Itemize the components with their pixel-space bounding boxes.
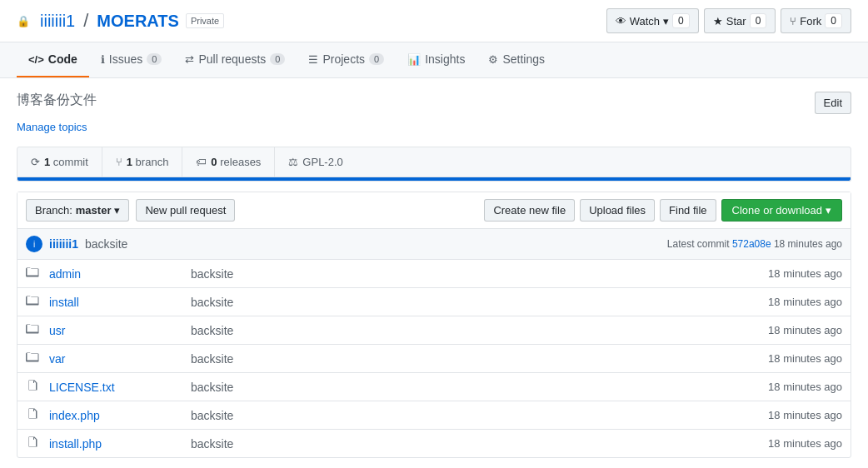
eye-icon: 👁 bbox=[616, 15, 626, 27]
title-separator: / bbox=[83, 10, 88, 32]
file-modified-time: 18 minutes ago bbox=[717, 437, 842, 450]
file-name: var bbox=[49, 352, 182, 366]
file-commit-message: backsite bbox=[182, 267, 717, 281]
find-file-button[interactable]: Find file bbox=[660, 199, 716, 222]
clone-dropdown-icon: ▾ bbox=[826, 204, 831, 217]
create-new-file-button[interactable]: Create new file bbox=[484, 199, 575, 222]
edit-button[interactable]: Edit bbox=[815, 92, 851, 114]
pr-badge: 0 bbox=[270, 53, 285, 65]
commit-message-link[interactable]: backsite bbox=[85, 237, 127, 251]
pr-icon: ⇄ bbox=[185, 53, 194, 66]
code-icon: </> bbox=[28, 53, 44, 66]
commit-icon: ⟳ bbox=[31, 156, 40, 168]
new-pull-request-button[interactable]: New pull request bbox=[136, 199, 235, 222]
tab-projects[interactable]: ☰ Projects 0 bbox=[297, 42, 396, 77]
branch-icon: ⑂ bbox=[116, 156, 122, 168]
file-name: install bbox=[49, 296, 182, 309]
tab-settings[interactable]: ⚙ Settings bbox=[476, 42, 556, 77]
issues-badge: 0 bbox=[147, 53, 162, 65]
branch-selector[interactable]: Branch: master ▾ bbox=[26, 199, 129, 222]
tab-code[interactable]: </> Code bbox=[17, 42, 89, 77]
watch-button[interactable]: 👁 Watch ▾ 0 bbox=[606, 8, 699, 33]
folder-icon bbox=[26, 266, 42, 281]
tag-icon: 🏷 bbox=[196, 156, 207, 168]
issues-icon: ℹ bbox=[101, 53, 105, 66]
file-icon bbox=[26, 379, 42, 395]
file-name: admin bbox=[49, 267, 182, 281]
balance-icon: ⚖ bbox=[288, 156, 298, 168]
projects-badge: 0 bbox=[369, 53, 384, 65]
repo-description-row: 博客备份文件 Edit bbox=[17, 92, 851, 114]
table-row: usr backsite 18 minutes ago bbox=[17, 316, 851, 345]
file-name: usr bbox=[49, 324, 182, 337]
gear-icon: ⚙ bbox=[488, 53, 498, 66]
table-row: LICENSE.txt backsite 18 minutes ago bbox=[17, 373, 851, 401]
file-link[interactable]: admin bbox=[49, 267, 81, 281]
tab-insights[interactable]: 📊 Insights bbox=[396, 42, 476, 77]
file-modified-time: 18 minutes ago bbox=[717, 324, 842, 336]
commit-avatar: i bbox=[26, 236, 42, 252]
file-link[interactable]: usr bbox=[49, 324, 65, 337]
fork-count: 0 bbox=[825, 13, 842, 28]
repo-header: 🔒 iiiiiii1 / MOERATS Private 👁 Watch ▾ 0… bbox=[0, 0, 868, 42]
tab-issues[interactable]: ℹ Issues 0 bbox=[89, 42, 174, 77]
file-list: admin backsite 18 minutes ago install ba… bbox=[17, 260, 851, 457]
star-icon: ★ bbox=[713, 15, 723, 27]
commit-meta: Latest commit 572a08e 18 minutes ago bbox=[667, 238, 842, 250]
repo-nav: </> Code ℹ Issues 0 ⇄ Pull requests 0 ☰ … bbox=[0, 42, 868, 78]
file-commit-message: backsite bbox=[182, 381, 717, 394]
file-name: LICENSE.txt bbox=[49, 381, 182, 394]
manage-topics-link[interactable]: Manage topics bbox=[17, 121, 851, 133]
file-commit-message: backsite bbox=[182, 324, 717, 337]
folder-icon bbox=[26, 294, 42, 310]
file-actions: Create new file Upload files Find file C… bbox=[484, 199, 842, 222]
star-count: 0 bbox=[750, 13, 767, 28]
file-modified-time: 18 minutes ago bbox=[717, 381, 842, 393]
branches-stat[interactable]: ⑂ 1 branch bbox=[102, 147, 183, 177]
table-row: admin backsite 18 minutes ago bbox=[17, 260, 851, 288]
language-bar bbox=[17, 177, 851, 182]
table-row: var backsite 18 minutes ago bbox=[17, 345, 851, 373]
repo-description: 博客备份文件 bbox=[17, 92, 97, 109]
repo-title: 🔒 iiiiiii1 / MOERATS Private bbox=[17, 10, 224, 32]
file-link[interactable]: install.php bbox=[49, 437, 102, 451]
table-row: install backsite 18 minutes ago bbox=[17, 288, 851, 316]
latest-commit-row: i iiiiiii1 backsite Latest commit 572a08… bbox=[17, 229, 851, 260]
license-stat[interactable]: ⚖ GPL-2.0 bbox=[275, 147, 356, 177]
insights-icon: 📊 bbox=[407, 53, 421, 66]
file-name: install.php bbox=[49, 437, 182, 451]
folder-icon bbox=[26, 351, 42, 366]
folder-icon bbox=[26, 322, 42, 338]
file-link[interactable]: var bbox=[49, 352, 65, 366]
upload-files-button[interactable]: Upload files bbox=[580, 199, 655, 222]
tab-pull-requests[interactable]: ⇄ Pull requests 0 bbox=[173, 42, 297, 77]
file-modified-time: 18 minutes ago bbox=[717, 409, 842, 421]
file-link[interactable]: install bbox=[49, 296, 79, 309]
table-row: index.php backsite 18 minutes ago bbox=[17, 401, 851, 430]
file-icon bbox=[26, 407, 42, 423]
file-name: index.php bbox=[49, 409, 182, 422]
branch-actions: Branch: master ▾ New pull request bbox=[26, 199, 235, 222]
commits-stat[interactable]: ⟳ 1 commit bbox=[17, 147, 102, 177]
file-commit-message: backsite bbox=[182, 352, 717, 366]
clone-or-download-button[interactable]: Clone or download ▾ bbox=[721, 199, 842, 222]
fork-icon: ⑂ bbox=[790, 15, 796, 27]
repo-owner[interactable]: iiiiiii1 bbox=[40, 12, 75, 31]
content-area: 博客备份文件 Edit Manage topics ⟳ 1 commit ⑂ 1… bbox=[0, 78, 868, 468]
projects-icon: ☰ bbox=[308, 53, 318, 66]
star-button[interactable]: ★ Star 0 bbox=[704, 8, 776, 33]
commit-info: i iiiiiii1 backsite bbox=[26, 236, 127, 252]
file-browser-toolbar: Branch: master ▾ New pull request Create… bbox=[17, 192, 851, 229]
releases-stat[interactable]: 🏷 0 releases bbox=[182, 147, 275, 177]
file-link[interactable]: LICENSE.txt bbox=[49, 381, 115, 394]
repo-name[interactable]: MOERATS bbox=[97, 12, 179, 31]
lock-icon: 🔒 bbox=[17, 15, 30, 27]
commit-sha-link[interactable]: 572a08e bbox=[732, 238, 771, 250]
branch-dropdown-icon: ▾ bbox=[114, 204, 120, 217]
commit-user-link[interactable]: iiiiiii1 bbox=[49, 237, 78, 251]
fork-button[interactable]: ⑂ Fork 0 bbox=[781, 8, 851, 33]
file-link[interactable]: index.php bbox=[49, 409, 100, 422]
file-commit-message: backsite bbox=[182, 437, 717, 451]
file-modified-time: 18 minutes ago bbox=[717, 267, 842, 280]
file-icon bbox=[26, 436, 42, 451]
